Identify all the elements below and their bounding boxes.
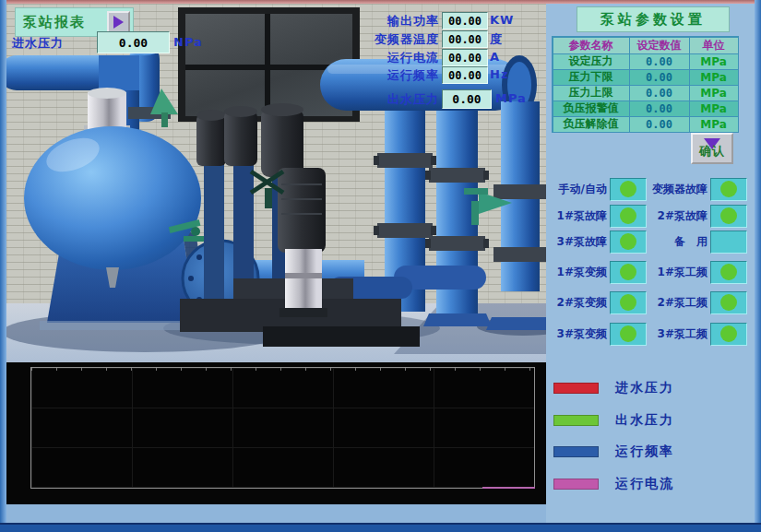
metric-value: 00.00 [442, 12, 488, 30]
status-label: 3#泵变频 [550, 326, 607, 342]
status-row: 1#泵变频 1#泵工频 [550, 261, 745, 283]
status-lamp-pump2-vfd [610, 291, 647, 314]
metric-label: 运行电流 [387, 50, 439, 66]
status-label: 变频器故障 [650, 182, 707, 197]
settings-table: 参数名称 设定数值 单位 设定压力 0.00 MPa 压力下限 0.00 MPa… [552, 36, 739, 133]
lamp-icon [720, 264, 737, 280]
legend-item: 运行频率 [553, 445, 749, 458]
metric-value: 00.00 [442, 49, 488, 66]
status-row: 手动/自动 变频器故障 [550, 178, 745, 200]
status-label: 1#泵故障 [550, 208, 607, 224]
metric-label: 输出功率 [387, 13, 439, 30]
metric-unit: KW [490, 13, 514, 27]
status-label: 2#泵变频 [550, 295, 607, 311]
col-header: 参数名称 [553, 37, 630, 54]
metric-row: 输出功率 00.00 KW [6, 12, 546, 29]
metric-value: 00.00 [442, 66, 488, 84]
status-label: 3#泵故障 [550, 234, 607, 250]
legend-swatch [553, 383, 599, 394]
param-value-field[interactable]: 0.00 [629, 85, 690, 101]
legend-swatch [553, 415, 599, 426]
lamp-icon [620, 181, 636, 197]
lamp-icon [620, 207, 636, 224]
param-unit: MPa [689, 85, 739, 101]
outlet-pressure-value: 0.00 [442, 89, 492, 109]
status-lamp-pump1-vfd [610, 261, 647, 284]
param-name: 压力上限 [553, 85, 630, 101]
param-value-field[interactable]: 0.00 [629, 69, 690, 86]
lamp-icon [620, 233, 636, 250]
window-frame-right [755, 0, 761, 532]
param-name: 负压报警值 [553, 100, 630, 117]
status-lamp-vfd-fault [710, 178, 747, 201]
lamp-icon [620, 264, 636, 280]
hmi-screen: 泵站报表 进水压力 0.00 NPa 输出功率 00.00 KW 变频器温度 0… [0, 0, 761, 532]
trend-chart [6, 362, 546, 504]
col-header: 设定数值 [629, 37, 690, 54]
col-header: 单位 [689, 37, 739, 54]
trace-running-current [482, 487, 535, 489]
lamp-icon [720, 325, 737, 342]
status-lamp-manual-auto [610, 178, 647, 201]
legend-swatch [553, 446, 599, 457]
status-lamp-pump1-fault [610, 205, 647, 228]
metric-unit: 度 [490, 31, 503, 48]
pump-station-scene: 泵站报表 进水压力 0.00 NPa 输出功率 00.00 KW 变频器温度 0… [6, 4, 546, 362]
panel-title: 泵站参数设置 [577, 6, 730, 32]
status-label: 2#泵工频 [650, 295, 707, 311]
lamp-icon [720, 294, 737, 311]
status-label: 2#泵故障 [650, 208, 707, 224]
status-lamp-spare [710, 231, 747, 254]
param-value-field[interactable]: 0.00 [629, 53, 690, 70]
trend-plot-area [30, 367, 535, 489]
legend-label: 运行电流 [615, 476, 674, 492]
param-unit: MPa [689, 53, 739, 70]
lamp-icon [720, 181, 737, 197]
legend-swatch [553, 479, 599, 490]
axis-ticks [31, 368, 534, 371]
status-row: 3#泵故障 备 用 [550, 231, 745, 253]
legend-label: 进水压力 [615, 380, 674, 396]
param-unit: MPa [689, 100, 739, 117]
legend-item: 进水压力 [553, 382, 749, 395]
param-name: 负压解除值 [553, 116, 630, 133]
legend-label: 运行频率 [615, 443, 674, 460]
metric-unit: A [490, 50, 500, 64]
param-unit: MPa [689, 116, 739, 133]
metric-label: 变频器温度 [375, 31, 439, 48]
outlet-pressure-unit: MPa [495, 91, 527, 105]
outlet-pressure-group: 出水压力 0.00 MPa [6, 89, 546, 108]
status-row: 2#泵变频 2#泵工频 [550, 291, 745, 313]
confirm-button[interactable]: 确认 [691, 133, 733, 164]
status-label: 1#泵变频 [550, 265, 607, 280]
lamp-icon [720, 207, 737, 224]
status-lamp-pump3-vfd [610, 323, 647, 346]
status-label: 1#泵工频 [650, 265, 707, 280]
window-frame-top [0, 0, 761, 4]
metric-row: 运行频率 00.00 Hz [6, 66, 546, 83]
status-lamp-pump2-fault [710, 205, 747, 228]
status-row: 1#泵故障 2#泵故障 [550, 205, 745, 227]
status-row: 3#泵变频 3#泵工频 [550, 323, 745, 345]
status-label: 3#泵工频 [650, 326, 707, 342]
status-lamp-pump3-fault [610, 231, 647, 254]
legend-label: 出水压力 [615, 412, 674, 429]
window-frame-left [0, 0, 6, 532]
param-name: 设定压力 [553, 53, 630, 70]
metric-row: 变频器温度 00.00 度 [6, 30, 546, 47]
status-lamp-pump2-mains [710, 291, 747, 314]
status-lamp-pump1-mains [710, 261, 747, 284]
param-value-field[interactable]: 0.00 [629, 116, 690, 133]
outlet-pressure-label: 出水压力 [387, 91, 439, 108]
legend-item: 出水压力 [553, 414, 749, 427]
legend-item: 运行电流 [553, 478, 749, 491]
metric-row: 运行电流 00.00 A [6, 49, 546, 65]
metric-label: 运行频率 [387, 67, 439, 84]
window-frame-bottom [0, 523, 761, 532]
confirm-label: 确认 [699, 143, 725, 160]
param-value-field[interactable]: 0.00 [629, 100, 690, 117]
settings-panel: 泵站参数设置 参数名称 设定数值 单位 设定压力 0.00 MPa 压力下限 0… [546, 4, 755, 523]
param-unit: MPa [689, 69, 739, 86]
lamp-icon [620, 294, 636, 311]
status-lamp-pump3-mains [710, 323, 747, 346]
